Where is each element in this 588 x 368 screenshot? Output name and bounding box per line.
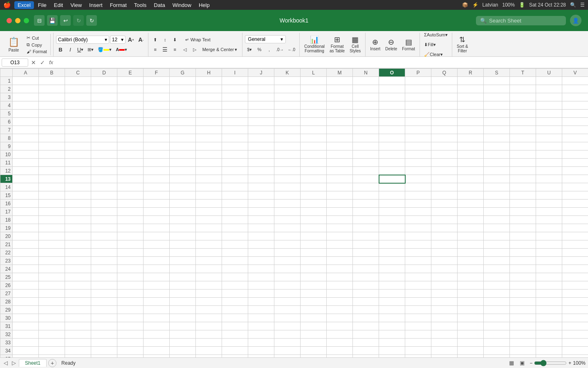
- cell-P24[interactable]: [405, 265, 431, 273]
- cell-N31[interactable]: [353, 322, 379, 330]
- cell-I17[interactable]: [222, 208, 248, 216]
- cell-K17[interactable]: [274, 208, 301, 216]
- cell-L9[interactable]: [301, 142, 327, 150]
- row-header-5[interactable]: 5: [0, 110, 13, 118]
- cell-R32[interactable]: [458, 330, 484, 339]
- cell-E3[interactable]: [117, 93, 144, 101]
- cell-E24[interactable]: [117, 265, 144, 273]
- cell-C15[interactable]: [65, 191, 91, 200]
- cell-J8[interactable]: [248, 134, 274, 142]
- font-grow-button[interactable]: A+: [126, 35, 136, 44]
- cell-L20[interactable]: [301, 232, 327, 240]
- cell-U29[interactable]: [536, 306, 562, 314]
- search-sheet-input[interactable]: [489, 18, 562, 24]
- cell-R33[interactable]: [458, 339, 484, 347]
- menu-excel[interactable]: Excel: [14, 1, 34, 9]
- cell-M5[interactable]: [327, 110, 353, 118]
- cell-D3[interactable]: [91, 93, 117, 101]
- cell-U17[interactable]: [536, 208, 562, 216]
- cell-A18[interactable]: [13, 216, 39, 224]
- cell-L15[interactable]: [301, 191, 327, 200]
- cell-E1[interactable]: [117, 77, 144, 85]
- copy-button[interactable]: ⧉ Copy: [25, 42, 49, 48]
- cell-T14[interactable]: [510, 183, 536, 191]
- cell-K23[interactable]: [274, 257, 301, 265]
- cell-I26[interactable]: [222, 281, 248, 289]
- cell-M26[interactable]: [327, 281, 353, 289]
- cell-V4[interactable]: [562, 101, 588, 110]
- indent-inc-button[interactable]: ▷: [190, 45, 199, 54]
- format-as-table-button[interactable]: ⊞ Formatas Table: [328, 34, 347, 55]
- close-button[interactable]: [7, 18, 12, 23]
- cell-F23[interactable]: [144, 257, 170, 265]
- menu-insert[interactable]: Insert: [86, 1, 106, 9]
- cell-H13[interactable]: [196, 175, 222, 183]
- cell-D16[interactable]: [91, 200, 117, 208]
- row-header-32[interactable]: 32: [0, 330, 13, 339]
- cell-O25[interactable]: [379, 273, 405, 281]
- cell-B1[interactable]: [39, 77, 65, 85]
- cell-N16[interactable]: [353, 200, 379, 208]
- cell-R31[interactable]: [458, 322, 484, 330]
- cell-T11[interactable]: [510, 159, 536, 167]
- cell-J6[interactable]: [248, 118, 274, 126]
- cell-I12[interactable]: [222, 167, 248, 175]
- cell-Q34[interactable]: [431, 347, 458, 355]
- cell-M25[interactable]: [327, 273, 353, 281]
- cell-L31[interactable]: [301, 322, 327, 330]
- cell-K2[interactable]: [274, 85, 301, 93]
- cell-T30[interactable]: [510, 314, 536, 322]
- cell-P29[interactable]: [405, 306, 431, 314]
- cell-T28[interactable]: [510, 298, 536, 306]
- cell-R1[interactable]: [458, 77, 484, 85]
- cell-V22[interactable]: [562, 249, 588, 257]
- paste-button[interactable]: 📋 Paste: [6, 33, 22, 56]
- cell-G33[interactable]: [170, 339, 196, 347]
- cell-Q17[interactable]: [431, 208, 458, 216]
- cell-P27[interactable]: [405, 289, 431, 298]
- cell-L17[interactable]: [301, 208, 327, 216]
- cell-S13[interactable]: [484, 175, 510, 183]
- cell-H11[interactable]: [196, 159, 222, 167]
- cell-A17[interactable]: [13, 208, 39, 216]
- cell-H20[interactable]: [196, 232, 222, 240]
- cell-R16[interactable]: [458, 200, 484, 208]
- cell-J12[interactable]: [248, 167, 274, 175]
- cell-P23[interactable]: [405, 257, 431, 265]
- cell-P33[interactable]: [405, 339, 431, 347]
- cell-E32[interactable]: [117, 330, 144, 339]
- row-header-16[interactable]: 16: [0, 200, 13, 208]
- cell-S2[interactable]: [484, 85, 510, 93]
- cell-R34[interactable]: [458, 347, 484, 355]
- row-header-21[interactable]: 21: [0, 240, 13, 249]
- cell-C7[interactable]: [65, 126, 91, 134]
- cell-K22[interactable]: [274, 249, 301, 257]
- cell-M3[interactable]: [327, 93, 353, 101]
- cell-Q3[interactable]: [431, 93, 458, 101]
- row-header-11[interactable]: 11: [0, 159, 13, 167]
- cell-E7[interactable]: [117, 126, 144, 134]
- cell-P4[interactable]: [405, 101, 431, 110]
- menu-window[interactable]: Window: [169, 1, 195, 9]
- cell-K32[interactable]: [274, 330, 301, 339]
- cell-P20[interactable]: [405, 232, 431, 240]
- zoom-out-button[interactable]: −: [530, 360, 532, 366]
- row-header-34[interactable]: 34: [0, 347, 13, 355]
- cell-U32[interactable]: [536, 330, 562, 339]
- cell-I21[interactable]: [222, 240, 248, 249]
- cell-U15[interactable]: [536, 191, 562, 200]
- cell-C21[interactable]: [65, 240, 91, 249]
- cell-U24[interactable]: [536, 265, 562, 273]
- cell-D28[interactable]: [91, 298, 117, 306]
- cell-G27[interactable]: [170, 289, 196, 298]
- cell-D6[interactable]: [91, 118, 117, 126]
- cell-K31[interactable]: [274, 322, 301, 330]
- cell-M34[interactable]: [327, 347, 353, 355]
- col-header-L[interactable]: L: [301, 69, 327, 77]
- fill-color-button[interactable]: 🪣 ▾: [96, 45, 113, 54]
- cell-C13[interactable]: [65, 175, 91, 183]
- cell-E31[interactable]: [117, 322, 144, 330]
- cell-H8[interactable]: [196, 134, 222, 142]
- cell-O1[interactable]: [379, 77, 405, 85]
- cell-P10[interactable]: [405, 150, 431, 159]
